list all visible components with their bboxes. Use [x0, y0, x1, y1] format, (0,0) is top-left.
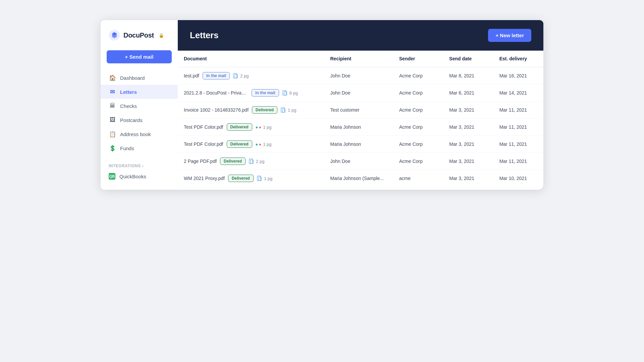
svg-rect-3	[283, 90, 286, 95]
svg-rect-8	[251, 160, 253, 164]
send-date-cell: Mar 3, 2021	[443, 153, 493, 170]
pages-icon	[282, 89, 288, 96]
table-row[interactable]: Invoice 1002 - 1614833276.pdf Delivered …	[178, 102, 543, 119]
sidebar-item-postcards[interactable]: 🖼 Postcards	[101, 113, 178, 127]
checks-icon: 🏛	[109, 102, 116, 110]
svg-rect-5	[281, 108, 284, 112]
svg-rect-9	[257, 176, 261, 181]
table-header: Document Recipient Sender Send date Est.…	[178, 51, 543, 67]
pages-info: 1 pg	[257, 175, 272, 181]
sender-cell: Acme Corp	[393, 84, 443, 102]
sidebar-label-funds: Funds	[120, 145, 134, 151]
doc-name-wrapper: Test PDF Color.pdf Delivered ●● 1 pg	[184, 140, 298, 148]
doc-filename: Test PDF Color.pdf	[184, 124, 223, 130]
table-row[interactable]: test.pdf In the mail 2 pg John Doe Acme …	[178, 67, 543, 84]
doc-filename: 2021.2.8 - DocuPost - Privacy Po	[184, 90, 248, 96]
table-row[interactable]: 2021.2.8 - DocuPost - Privacy Po In the …	[178, 84, 543, 102]
sender-cell: Acme Corp	[393, 119, 443, 136]
nav-divider	[101, 159, 178, 159]
doc-cell: Test PDF Color.pdf Delivered ●● 1 pg	[178, 119, 324, 136]
svg-rect-4	[284, 92, 287, 95]
table-row[interactable]: Test PDF Color.pdf Delivered ●● 1 pg Mar…	[178, 119, 543, 136]
sidebar-item-address-book[interactable]: 📋 Address book	[101, 127, 178, 141]
sidebar-item-dashboard[interactable]: 🏠 Dashboard	[101, 71, 178, 85]
pages-info: 2 pg	[249, 158, 264, 164]
svg-rect-6	[282, 109, 285, 112]
col-recipient: Recipient	[324, 51, 393, 67]
sidebar-item-funds[interactable]: 💲 Funds	[101, 141, 178, 155]
doc-name-wrapper: Invoice 1002 - 1614833276.pdf Delivered …	[184, 106, 298, 114]
doc-filename: WM 2021 Proxy.pdf	[184, 176, 225, 181]
recipient-cell: John Doe	[324, 67, 393, 84]
integrations-label-text: INTEGRATIONS	[109, 164, 141, 168]
col-send-date: Send date	[443, 51, 493, 67]
table-row[interactable]: 2 Page PDF.pdf Delivered 2 pg John Doe A…	[178, 153, 543, 170]
logo-text: DocuPost	[123, 32, 154, 39]
sidebar-label-letters: Letters	[120, 89, 137, 95]
sidebar-item-quickbooks[interactable]: QB QuickBooks	[101, 170, 178, 183]
address-book-icon: 📋	[109, 130, 116, 138]
logo-icon	[109, 29, 120, 41]
sidebar: DocuPost 🔒 + Send mail 🏠 Dashboard ✉ Let…	[101, 20, 178, 190]
postcards-icon: 🖼	[109, 116, 116, 124]
sidebar-label-dashboard: Dashboard	[120, 75, 145, 81]
est-delivery-cell: Mar 14, 2021	[493, 84, 543, 102]
est-delivery-cell: Mar 10, 2021	[493, 170, 543, 187]
pages-info: 2 pg	[233, 72, 249, 79]
app-shell: DocuPost 🔒 + Send mail 🏠 Dashboard ✉ Let…	[101, 20, 543, 190]
pages-count: 2 pg	[256, 159, 264, 164]
doc-filename: Invoice 1002 - 1614833276.pdf	[184, 107, 249, 113]
table-body: test.pdf In the mail 2 pg John Doe Acme …	[178, 67, 543, 187]
pages-icon	[257, 175, 262, 181]
doc-name-wrapper: WM 2021 Proxy.pdf Delivered 1 pg	[184, 175, 298, 182]
sidebar-item-checks[interactable]: 🏛 Checks	[101, 99, 178, 113]
logo-lock-icon: 🔒	[159, 33, 164, 38]
est-delivery-cell: Mar 11, 2021	[493, 153, 543, 170]
status-badge: Delivered	[228, 175, 254, 182]
doc-cell: 2 Page PDF.pdf Delivered 2 pg	[178, 153, 324, 170]
recipient-cell: Maria Johnson (Sample...	[324, 170, 393, 187]
sender-cell: Acme Corp	[393, 153, 443, 170]
pages-count: 1 pg	[263, 125, 271, 130]
integrations-list: QB QuickBooks	[101, 170, 178, 183]
doc-cell: Invoice 1002 - 1614833276.pdf Delivered …	[178, 102, 324, 119]
pages-info: ●● 1 pg	[256, 142, 272, 147]
doc-cell: Test PDF Color.pdf Delivered ●● 1 pg	[178, 136, 324, 153]
table-row[interactable]: WM 2021 Proxy.pdf Delivered 1 pg Maria J…	[178, 170, 543, 187]
send-date-cell: Mar 3, 2021	[443, 136, 493, 153]
funds-icon: 💲	[109, 144, 116, 152]
integrations-section[interactable]: INTEGRATIONS ›	[101, 161, 178, 170]
col-est-delivery: Est. delivery	[493, 51, 543, 67]
table-row[interactable]: Test PDF Color.pdf Delivered ●● 1 pg Mar…	[178, 136, 543, 153]
send-mail-button[interactable]: + Send mail	[107, 50, 172, 63]
send-date-cell: Mar 3, 2021	[443, 119, 493, 136]
sender-cell: Acme Corp	[393, 136, 443, 153]
svg-rect-2	[235, 74, 237, 78]
est-delivery-cell: Mar 11, 2021	[493, 119, 543, 136]
letters-icon: ✉	[109, 88, 116, 96]
pages-info: ●● 1 pg	[256, 125, 272, 130]
status-badge: Delivered	[227, 123, 252, 131]
quickbooks-icon: QB	[109, 173, 115, 180]
recipient-cell: Maria Johnson	[324, 119, 393, 136]
recipient-cell: John Doe	[324, 153, 393, 170]
sender-cell: Acme Corp	[393, 102, 443, 119]
letters-table-container: Document Recipient Sender Send date Est.…	[178, 51, 543, 190]
recipient-cell: John Doe	[324, 84, 393, 102]
pages-count: 1 pg	[264, 176, 272, 181]
doc-cell: 2021.2.8 - DocuPost - Privacy Po In the …	[178, 84, 324, 102]
sidebar-label-quickbooks: QuickBooks	[119, 174, 146, 179]
main-content: Letters + New letter Document Recipient …	[178, 20, 543, 190]
sidebar-item-letters[interactable]: ✉ Letters	[101, 85, 178, 99]
col-document: Document	[178, 51, 324, 67]
send-date-cell: Mar 8, 2021	[443, 67, 493, 84]
color-dots-icon: ●●	[256, 125, 262, 130]
color-dots-icon: ●●	[256, 142, 262, 147]
dashboard-icon: 🏠	[109, 74, 116, 81]
new-letter-button[interactable]: + New letter	[488, 29, 531, 42]
pages-icon	[249, 158, 254, 164]
recipient-cell: Maria Johnson	[324, 136, 393, 153]
doc-filename: test.pdf	[184, 73, 199, 78]
pages-icon	[281, 107, 286, 113]
status-badge: In the mail	[203, 72, 230, 79]
